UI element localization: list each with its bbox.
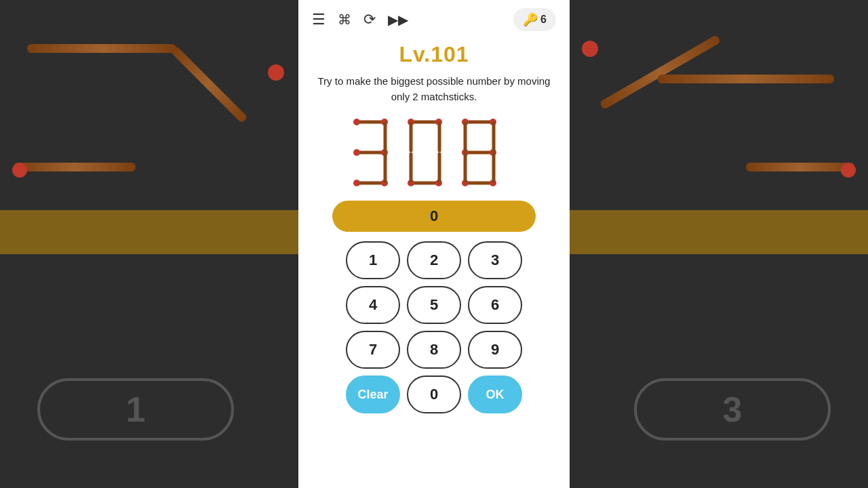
answer-bar: 0 — [332, 201, 536, 232]
numpad-row-4: Clear 0 OK — [346, 375, 522, 413]
key-count: 6 — [540, 14, 547, 26]
numpad: 1 2 3 4 5 6 7 8 9 Clear 0 OK — [346, 241, 522, 413]
numpad-row-1: 1 2 3 — [346, 241, 522, 279]
forward-icon[interactable]: ▶▶ — [388, 12, 408, 28]
numpad-btn-7[interactable]: 7 — [346, 331, 400, 369]
numpad-btn-6[interactable]: 6 — [468, 286, 522, 324]
instruction: Try to make the biggest possible number … — [312, 74, 556, 104]
ok-button[interactable]: OK — [468, 375, 522, 413]
numpad-btn-1[interactable]: 1 — [346, 241, 400, 279]
numpad-row-3: 7 8 9 — [346, 331, 522, 369]
svg-point-7 — [353, 180, 360, 186]
svg-point-4 — [353, 149, 360, 156]
numpad-btn-0[interactable]: 0 — [407, 375, 461, 413]
key-badge: 🔑 6 — [513, 8, 556, 31]
toolbar: ☰ ⌘ ⟳ ▶▶ 🔑 6 — [298, 0, 570, 39]
refresh-icon[interactable]: ⟳ — [363, 11, 376, 28]
matchstick-display — [298, 108, 570, 197]
key-icon: 🔑 — [523, 12, 538, 27]
matchstick-svg — [346, 115, 522, 197]
numpad-btn-2[interactable]: 2 — [407, 241, 461, 279]
answer-value: 0 — [430, 207, 438, 224]
numpad-btn-3[interactable]: 3 — [468, 241, 522, 279]
numpad-btn-9[interactable]: 9 — [468, 331, 522, 369]
grid-icon[interactable]: ⌘ — [338, 12, 351, 28]
level-title: Lv.101 — [399, 42, 469, 67]
numpad-btn-5[interactable]: 5 — [407, 286, 461, 324]
menu-icon[interactable]: ☰ — [312, 11, 326, 28]
bg-left-number: 1 — [126, 389, 146, 430]
numpad-btn-4[interactable]: 4 — [346, 286, 400, 324]
svg-point-1 — [353, 119, 360, 125]
numpad-row-2: 4 5 6 — [346, 286, 522, 324]
clear-button[interactable]: Clear — [346, 375, 400, 413]
bg-right-number: 3 — [723, 389, 743, 430]
main-panel: ☰ ⌘ ⟳ ▶▶ 🔑 6 Lv.101 Try to make the bigg… — [298, 0, 570, 488]
numpad-btn-8[interactable]: 8 — [407, 331, 461, 369]
